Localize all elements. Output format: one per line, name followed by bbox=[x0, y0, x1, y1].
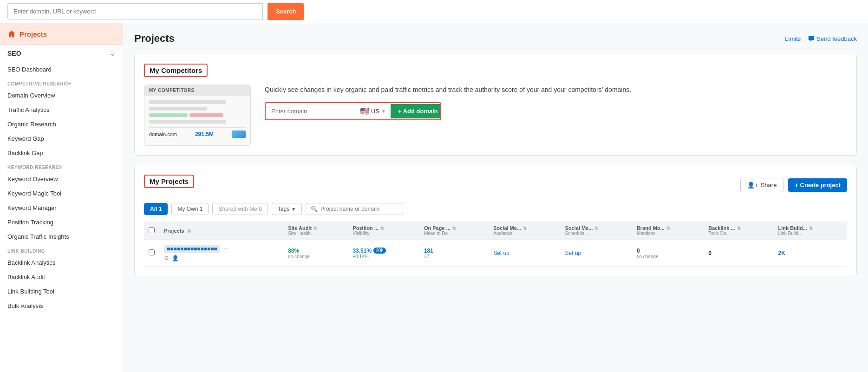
filter-my-own-button[interactable]: My Own 1 bbox=[171, 203, 209, 215]
project-search-input[interactable] bbox=[320, 206, 390, 212]
main-content: Projects Limits Send feedback My Competi… bbox=[123, 23, 868, 372]
competitors-title: My Competitors bbox=[144, 64, 208, 77]
add-domain-button[interactable]: + Add domain bbox=[391, 104, 441, 118]
th-projects: Projects ⇅ bbox=[159, 222, 283, 240]
sidebar-item-seo-dashboard[interactable]: SEO Dashboard bbox=[0, 62, 123, 77]
sidebar-item-link-building[interactable]: Link Building Tool bbox=[0, 284, 123, 299]
sidebar-item-keyword-overview[interactable]: Keyword Overview bbox=[0, 172, 123, 186]
td-social-audience: Set up bbox=[489, 240, 560, 267]
share-icon: 👤+ bbox=[747, 182, 758, 189]
row-checkbox[interactable] bbox=[149, 249, 155, 255]
chevron-down-icon-tags: ▼ bbox=[291, 207, 296, 212]
chevron-down-icon: ⌄ bbox=[110, 50, 115, 57]
sort-icon-projects[interactable]: ⇅ bbox=[187, 228, 191, 234]
preview-sparkline bbox=[232, 131, 246, 138]
sidebar-item-backlink-analytics[interactable]: Backlink Analytics bbox=[0, 255, 123, 270]
sidebar-item-keyword-magic[interactable]: Keyword Magic Tool bbox=[0, 186, 123, 201]
social-audience-setup[interactable]: Set up bbox=[493, 250, 509, 256]
td-ideas: 181 27 bbox=[419, 240, 489, 267]
search-icon: 🔍 bbox=[311, 206, 318, 212]
preview-header-label: MY COMPETITORS bbox=[144, 85, 250, 96]
sidebar-section-link: LINK BUILDING bbox=[0, 244, 123, 255]
sidebar-item-backlink-gap[interactable]: Backlink Gap bbox=[0, 146, 123, 160]
sidebar-item-organic-research[interactable]: Organic Research bbox=[0, 117, 123, 131]
th-on-page: On Page ...⇅ Ideas to Do bbox=[419, 222, 489, 240]
sidebar-item-backlink-audit[interactable]: Backlink Audit bbox=[0, 270, 123, 284]
social-schedule-setup[interactable]: Set up bbox=[565, 250, 581, 256]
filter-all-button[interactable]: All 1 bbox=[144, 203, 168, 215]
user-add-icon[interactable]: 👤 bbox=[172, 255, 179, 261]
td-site-health: 88% no change bbox=[283, 240, 348, 267]
create-project-button[interactable]: + Create project bbox=[788, 178, 847, 192]
sidebar-item-keyword-gap[interactable]: Keyword Gap bbox=[0, 131, 123, 146]
visibility-row: 33.51% 20h bbox=[352, 248, 414, 254]
search-button[interactable]: Search bbox=[268, 3, 304, 20]
preview-value: 291.5M bbox=[195, 131, 214, 137]
td-visibility: 33.51% 20h +0.14% bbox=[348, 240, 419, 267]
settings-icon[interactable]: ⚙ bbox=[164, 255, 169, 261]
th-social-audience: Social Me...⇅ Audience bbox=[489, 222, 560, 240]
limits-link[interactable]: Limits bbox=[785, 35, 801, 42]
td-toxic: 0 bbox=[704, 240, 773, 267]
project-search-wrap: 🔍 bbox=[306, 203, 403, 215]
sidebar-item-traffic-analytics[interactable]: Traffic Analytics bbox=[0, 103, 123, 117]
search-input[interactable] bbox=[7, 3, 263, 20]
send-feedback-link[interactable]: Send feedback bbox=[808, 35, 857, 42]
preview-row-3 bbox=[149, 120, 226, 124]
td-project-name: ■■■■■■■■■■■■■■■ ☆ ⚙ 👤 bbox=[159, 240, 283, 267]
country-selector[interactable]: 🇺🇸 US ▼ bbox=[355, 103, 391, 119]
select-all-checkbox[interactable] bbox=[149, 227, 155, 233]
domain-input[interactable] bbox=[266, 104, 355, 118]
preview-body: domain.com 291.5M bbox=[144, 96, 250, 145]
share-button[interactable]: 👤+ Share bbox=[740, 178, 783, 192]
add-domain-row: 🇺🇸 US ▼ + Add domain bbox=[265, 102, 441, 120]
td-brand: 0 no change bbox=[632, 240, 704, 267]
visibility-value: 33.51% bbox=[352, 248, 372, 254]
td-link-building: 2K bbox=[774, 240, 848, 267]
sidebar: Projects SEO ⌄ SEO Dashboard COMPETITIVE… bbox=[0, 23, 123, 372]
th-backlink: Backlink ...⇅ Toxic Do... bbox=[704, 222, 773, 240]
sort-icon-social-audience[interactable]: ⇅ bbox=[523, 226, 527, 231]
visibility-sub: +0.14% bbox=[352, 254, 414, 259]
link-building-value: 2K bbox=[778, 250, 785, 256]
sidebar-header[interactable]: Projects bbox=[0, 23, 123, 45]
home-icon bbox=[7, 30, 16, 38]
preview-bar-green bbox=[149, 113, 188, 117]
star-icon[interactable]: ☆ bbox=[223, 246, 228, 252]
sidebar-item-organic-insights[interactable]: Organic Traffic Insights bbox=[0, 229, 123, 244]
preview-row-1 bbox=[149, 100, 226, 104]
page-header: Projects Limits Send feedback bbox=[134, 33, 857, 45]
sidebar-seo-header[interactable]: SEO ⌄ bbox=[0, 45, 123, 62]
tags-dropdown-button[interactable]: Tags ▼ bbox=[272, 203, 302, 215]
sidebar-item-position-tracking[interactable]: Position Tracking bbox=[0, 215, 123, 229]
sort-icon-position[interactable]: ⇅ bbox=[380, 226, 384, 231]
site-health-sub: no change bbox=[288, 254, 343, 259]
sort-icon-site-audit[interactable]: ⇅ bbox=[313, 226, 317, 231]
sidebar-projects-label: Projects bbox=[20, 30, 47, 38]
message-icon bbox=[808, 35, 815, 42]
projects-section-header: My Projects 👤+ Share + Create project bbox=[144, 175, 847, 196]
sidebar-item-keyword-manager[interactable]: Keyword Manager bbox=[0, 201, 123, 215]
sidebar-item-bulk-analysis[interactable]: Bulk Analysis bbox=[0, 299, 123, 313]
projects-table: Projects ⇅ Site Audit⇅ Site Health Posit… bbox=[144, 222, 847, 267]
sort-icon-backlink[interactable]: ⇅ bbox=[737, 226, 741, 231]
preview-bar-pink bbox=[189, 113, 223, 117]
table-row: ■■■■■■■■■■■■■■■ ☆ ⚙ 👤 88% no change bbox=[144, 240, 847, 267]
preview-row-2 bbox=[149, 107, 207, 111]
th-brand: Brand Mo...⇅ Mentions bbox=[632, 222, 704, 240]
sort-icon-brand[interactable]: ⇅ bbox=[666, 226, 670, 231]
competitors-right: Quickly see changes in key organic and p… bbox=[265, 85, 847, 120]
site-health-value: 88% bbox=[288, 248, 299, 254]
filter-shared-button[interactable]: Shared with Me 0 bbox=[212, 203, 268, 215]
th-position: Position ...⇅ Visibility bbox=[348, 222, 419, 240]
sort-icon-link-building[interactable]: ⇅ bbox=[809, 226, 813, 231]
sort-icon-on-page[interactable]: ⇅ bbox=[452, 226, 456, 231]
chevron-down-icon-country: ▼ bbox=[381, 109, 386, 114]
competitors-preview: MY COMPETITORS domain.com 291.5M bbox=[144, 85, 251, 146]
toxic-domains-value: 0 bbox=[708, 250, 711, 256]
td-checkbox bbox=[144, 240, 159, 267]
sidebar-item-domain-overview[interactable]: Domain Overview bbox=[0, 88, 123, 103]
sort-icon-social-schedule[interactable]: ⇅ bbox=[594, 226, 598, 231]
filter-bar: All 1 My Own 1 Shared with Me 0 Tags ▼ 🔍 bbox=[144, 203, 847, 215]
project-name-label[interactable]: ■■■■■■■■■■■■■■■ bbox=[164, 245, 220, 253]
